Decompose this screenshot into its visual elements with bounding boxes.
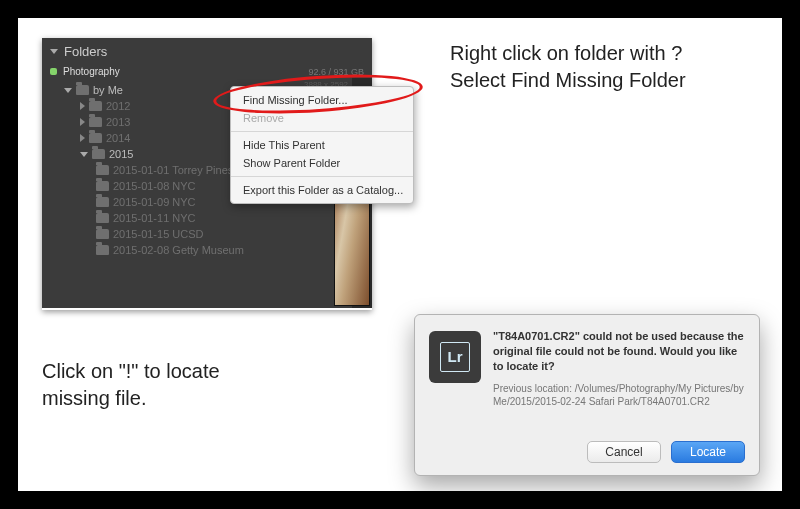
folder-icon — [89, 117, 102, 127]
folder-row-sub[interactable]: 2015-01-11 NYC303 — [54, 210, 372, 226]
disclose-right-icon — [80, 118, 85, 126]
instruction-top-line1: Right click on folder with ? — [450, 40, 770, 67]
instruction-bottom-line1: Click on "!" to locate — [42, 358, 292, 385]
disclose-right-icon — [80, 102, 85, 110]
context-menu: Find Missing Folder... Remove Hide This … — [230, 86, 414, 204]
folder-row-sub[interactable]: 2015-01-15 UCSD13 — [54, 226, 372, 242]
menu-item-find-missing[interactable]: Find Missing Folder... — [231, 91, 413, 109]
dialog-info-label: Previous location: — [493, 383, 575, 394]
folder-icon — [92, 149, 105, 159]
folder-icon — [96, 229, 109, 239]
dialog-message: "T84A0701.CR2" could not be used because… — [493, 329, 745, 374]
menu-item-show-parent[interactable]: Show Parent Folder — [231, 154, 413, 172]
volume-stat: 92.6 / 931 GB — [308, 67, 364, 77]
volume-name: Photography — [63, 66, 302, 77]
volume-status-icon — [50, 68, 57, 75]
menu-item-hide-parent[interactable]: Hide This Parent — [231, 136, 413, 154]
lightroom-app-icon: Lr — [429, 331, 481, 383]
panel-header[interactable]: Folders — [42, 38, 372, 63]
dialog-previous-location: Previous location: /Volumes/Photography/… — [493, 382, 745, 409]
instruction-top-line2: Select Find Missing Folder — [450, 67, 770, 94]
instruction-bottom-line2: missing file. — [42, 385, 292, 412]
lightroom-logo: Lr — [440, 342, 470, 372]
folder-icon — [76, 85, 89, 95]
menu-item-export-catalog[interactable]: Export this Folder as a Catalog... — [231, 181, 413, 199]
cancel-button[interactable]: Cancel — [587, 441, 661, 463]
menu-separator — [231, 176, 413, 177]
folder-icon — [96, 197, 109, 207]
instruction-bottom: Click on "!" to locate missing file. — [42, 358, 292, 412]
menu-separator — [231, 131, 413, 132]
locate-button[interactable]: Locate — [671, 441, 745, 463]
folder-name: 2015-01-11 NYC — [113, 212, 338, 224]
page-frame: Right click on folder with ? Select Find… — [0, 0, 800, 509]
folder-name: 2015-01-15 UCSD — [113, 228, 338, 240]
dialog-body: "T84A0701.CR2" could not be used because… — [493, 329, 745, 409]
disclose-down-icon — [50, 49, 58, 54]
disclose-down-icon — [80, 152, 88, 157]
folder-name: 2015-02-08 Getty Museum — [113, 244, 338, 256]
disclose-right-icon — [80, 134, 85, 142]
folder-icon — [96, 213, 109, 223]
menu-item-remove[interactable]: Remove — [231, 109, 413, 127]
folder-icon — [96, 181, 109, 191]
dialog-buttons: Cancel Locate — [587, 441, 745, 463]
folder-icon — [89, 101, 102, 111]
volume-row[interactable]: Photography 92.6 / 931 GB — [42, 63, 372, 80]
locate-file-dialog: Lr "T84A0701.CR2" could not be used beca… — [414, 314, 760, 476]
folder-icon — [96, 245, 109, 255]
folder-row-sub[interactable]: 2015-02-08 Getty Museum284 — [54, 242, 372, 258]
folder-icon — [89, 133, 102, 143]
instruction-top: Right click on folder with ? Select Find… — [450, 40, 770, 94]
disclose-down-icon — [64, 88, 72, 93]
panel-title: Folders — [64, 44, 107, 59]
folder-icon — [96, 165, 109, 175]
